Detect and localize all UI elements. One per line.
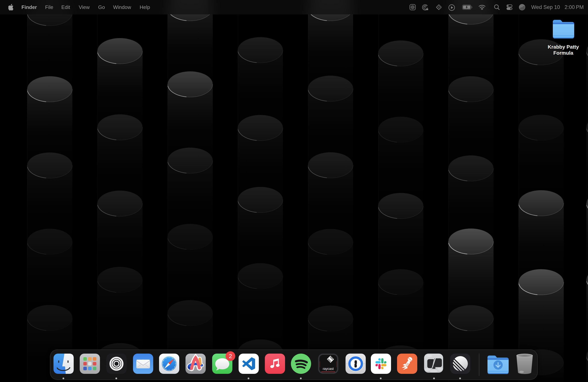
svg-text:raycast: raycast	[323, 367, 334, 371]
